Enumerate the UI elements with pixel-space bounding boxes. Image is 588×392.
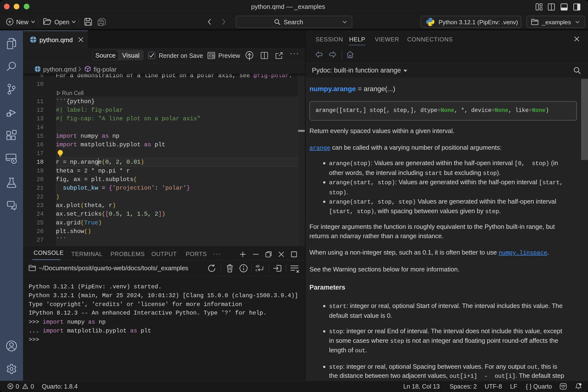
svg-text:ab: ab — [256, 264, 260, 268]
svg-text:c: c — [256, 268, 258, 272]
